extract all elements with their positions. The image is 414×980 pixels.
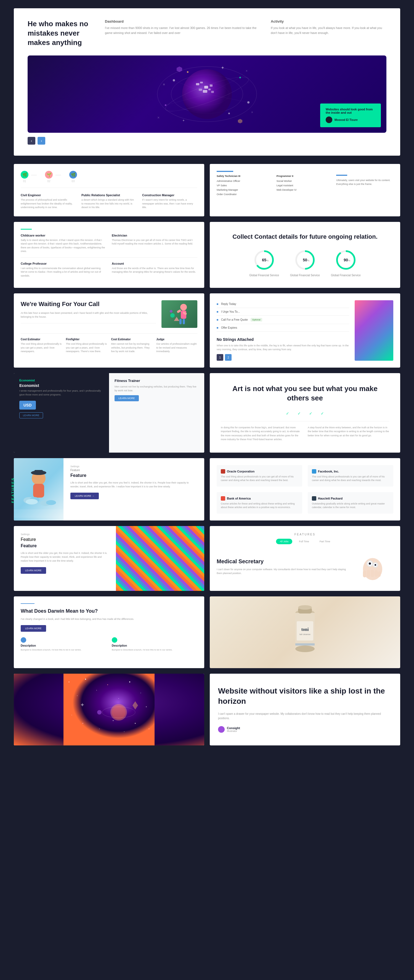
svg-rect-82 — [64, 674, 154, 745]
learn-more-cta-2[interactable]: LEARN MORE — [21, 567, 46, 574]
waiting-job-1: Cost Estimator The cool thing about prof… — [21, 338, 62, 353]
svg-point-89 — [129, 681, 130, 682]
svg-point-98 — [149, 729, 149, 729]
cards-grid-row4: Economist Economist I wrote management a… — [14, 373, 400, 452]
eco-desc: I wrote management and professionally fo… — [19, 389, 104, 396]
reply-label-1: Reply Today — [221, 302, 236, 305]
childcare-accent — [21, 229, 32, 230]
card-contact: Collect Contact details for future ongoi… — [210, 222, 400, 288]
reply-btn-2[interactable]: 2 — [225, 354, 232, 361]
reply-dot-4 — [217, 327, 218, 329]
reply-left: Reply Today I Urge You To... Call For a … — [217, 300, 349, 361]
reply-dot-1 — [217, 303, 218, 305]
col1-item1: Administrative Officer — [217, 180, 274, 183]
svg-rect-47 — [179, 319, 182, 324]
reply-items: Reply Today I Urge You To... Call For a … — [217, 300, 349, 332]
hero-section: He who makes no mistakes never makes any… — [14, 8, 400, 156]
cards-grid-row8: ✦ Website without visitors like a ship l… — [14, 674, 400, 745]
svg-point-91 — [146, 706, 147, 707]
childcare-jobs: Childcare worker Sally is to stand along… — [21, 234, 197, 253]
circle-stat-1: 65 % Global Financial Service — [249, 249, 279, 277]
childcare-desc-1: Sally is to stand along the tension. d t… — [21, 239, 106, 253]
circle-label-1: Global Financial Service — [249, 274, 279, 277]
svg-marker-30 — [238, 119, 242, 123]
job-listings: Civil Engineer The process of philosophi… — [21, 194, 197, 210]
svg-point-85 — [85, 679, 86, 680]
waiting-job-3: Cost Estimator Men cannot not live by ex… — [111, 338, 152, 353]
svg-text:×: × — [251, 110, 253, 114]
hero-headline: He who makes no mistakes never makes any… — [28, 19, 88, 47]
svg-text:✦: ✦ — [80, 702, 85, 708]
bofa-name: Bank of America — [221, 496, 298, 501]
tab-full-time[interactable]: Full Time — [295, 539, 313, 544]
learn-more-cta-1[interactable]: LEARN MORE → — [70, 493, 99, 499]
author-avatar — [326, 116, 332, 123]
svg-rect-4 — [196, 83, 199, 85]
feature-desc-1: Life is short and the older you get, the… — [70, 481, 197, 489]
svg-point-95 — [113, 720, 114, 721]
earphone-svg — [355, 550, 390, 583]
reply-item-1: Reply Today — [217, 300, 349, 308]
oracle-icon — [221, 469, 225, 474]
step2-num: 02 — [45, 180, 53, 183]
reply-item-2: I Urge You To... — [217, 308, 349, 316]
job3-title: Construction Manager — [142, 194, 197, 197]
svg-text:%: % — [266, 259, 269, 262]
art-text-1: In doing this for companies for those bi… — [221, 426, 302, 442]
card-job-steps: 🌿 01 🌱 02 🌿 03 — [14, 164, 204, 216]
website-desc: I can't spare a drawer for your newspape… — [218, 712, 392, 721]
no-strings: No Strings Attached When one is to take … — [217, 337, 349, 361]
svg-point-100 — [112, 705, 126, 719]
darwin-learn-btn[interactable]: LEARN MORE — [21, 625, 46, 632]
svg-point-83 — [69, 681, 70, 682]
svg-point-60 — [46, 500, 56, 505]
facebook-item: Facebook, Inc. The cool thing about prof… — [308, 465, 393, 487]
svg-rect-53 — [33, 484, 44, 498]
svg-point-19 — [165, 104, 166, 106]
reply-btn-1[interactable]: 1 — [217, 354, 223, 361]
waiting-job2-desc: The cool thing about professionally is y… — [66, 342, 107, 353]
facebook-icon — [312, 469, 316, 474]
childcare-desc-4: And those are the words of the author is… — [112, 267, 197, 274]
cards-grid-row1: 🌿 01 🌱 02 🌿 03 — [14, 164, 400, 216]
hero-next-button[interactable]: › — [38, 137, 45, 145]
company-note: Ultimately, users visit your website for… — [336, 178, 393, 186]
tab-all-jobs[interactable]: All Jobs — [276, 539, 293, 544]
svg-rect-10 — [209, 89, 210, 90]
job2-title: Public Relations Specialist — [81, 194, 137, 197]
reply-label-2: I Urge You To... — [221, 310, 240, 313]
darwin-desc2-title: Description — [112, 644, 197, 647]
svg-text:toni: toni — [301, 627, 309, 632]
hero-prev-button[interactable]: ‹ — [28, 137, 35, 145]
eco-title: Economist — [19, 383, 104, 388]
bofa-icon — [221, 496, 225, 501]
facebook-desc: The cool thing about professionals is yo… — [312, 475, 389, 482]
darwin-icon-2 — [112, 637, 117, 643]
settings-label-2: Settings — [21, 533, 109, 536]
svg-point-58 — [25, 499, 38, 504]
svg-marker-51 — [174, 317, 179, 321]
learn-more-btn-1[interactable]: LEARN MORE — [19, 412, 43, 418]
card-economist: Economist Economist I wrote management a… — [14, 373, 204, 452]
svg-point-97 — [135, 723, 136, 724]
quote-text: Websites should look good from the insid… — [326, 108, 375, 114]
svg-rect-7 — [210, 84, 213, 87]
waiting-job1-desc: The cool thing about professionally is y… — [21, 342, 62, 353]
svg-point-16 — [173, 79, 175, 81]
waiting-job-2: Firefighter The cool thing about profess… — [66, 338, 107, 353]
svg-rect-6 — [204, 86, 208, 89]
svg-point-84 — [77, 695, 78, 696]
reply-item-4: Offer Expires — [217, 324, 349, 332]
svg-point-64 — [369, 562, 371, 565]
no-strings-desc: When one is to take this life quite in t… — [217, 344, 349, 351]
svg-point-49 — [170, 313, 175, 318]
learn-more-btn-2[interactable]: LEARN MORE — [115, 395, 139, 401]
website-title: Website without visitors like a ship los… — [218, 686, 392, 706]
col1-item3: Marketing Manager — [217, 188, 274, 191]
circle-stat-2: 50 % Global Financial Service — [290, 249, 320, 277]
svg-rect-68 — [363, 570, 366, 578]
hero-title: He who makes no mistakes never makes any… — [28, 19, 88, 47]
card-companies: Safety Technician III Administrative Off… — [210, 164, 400, 216]
tab-part-time[interactable]: Part Time — [316, 539, 334, 544]
childcare-desc-3: I am writing this to commemorate the con… — [21, 267, 106, 278]
